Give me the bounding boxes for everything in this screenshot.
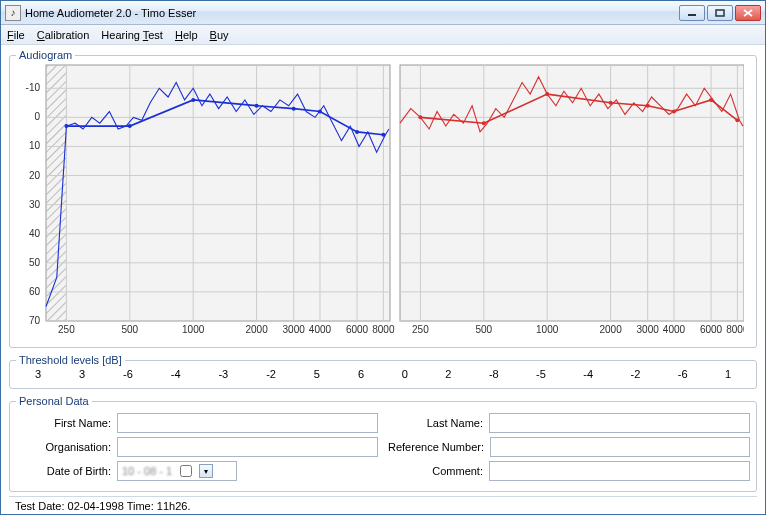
svg-text:8000: 8000 [372, 324, 395, 335]
threshold-value: 2 [445, 368, 451, 380]
chevron-down-icon[interactable]: ▾ [199, 464, 213, 478]
svg-text:1000: 1000 [536, 324, 559, 335]
close-icon [743, 9, 753, 17]
threshold-value: 3 [35, 368, 41, 380]
svg-text:2000: 2000 [599, 324, 622, 335]
reference-field[interactable] [490, 437, 750, 457]
last-name-field[interactable] [489, 413, 750, 433]
svg-text:6000: 6000 [346, 324, 369, 335]
dob-checkbox[interactable] [180, 465, 192, 477]
svg-point-47 [355, 130, 359, 134]
status-text: Test Date: 02-04-1998 Time: 11h26. [15, 500, 191, 512]
reference-label: Reference Number: [388, 441, 484, 453]
svg-text:-10: -10 [26, 82, 41, 93]
menubar: Fdocument.currentScript.previousElementS… [1, 25, 765, 45]
svg-text:1000: 1000 [182, 324, 205, 335]
menu-help[interactable]: Help [175, 29, 198, 41]
organisation-label: Organisation: [16, 441, 111, 453]
svg-point-42 [128, 124, 132, 128]
dob-label: Date of Birth: [16, 465, 111, 477]
menu-help-label: elp [183, 29, 198, 41]
window-title: Home Audiometer 2.0 - Timo Esser [25, 7, 679, 19]
first-name-label: First Name: [16, 417, 111, 429]
app-window: ♪ Home Audiometer 2.0 - Timo Esser Fdocu… [0, 0, 766, 515]
svg-rect-13 [46, 65, 390, 321]
svg-text:2000: 2000 [245, 324, 268, 335]
app-icon: ♪ [5, 5, 21, 21]
svg-point-44 [255, 104, 259, 108]
personal-legend: Personal Data [16, 395, 92, 407]
menu-hearing-test-label: est [148, 29, 163, 41]
menu-buy-label: uy [217, 29, 229, 41]
menu-calibration-label: alibration [45, 29, 90, 41]
svg-text:4000: 4000 [309, 324, 332, 335]
svg-point-45 [292, 107, 296, 111]
comment-field[interactable] [489, 461, 750, 481]
chart-area: -100102030405060702505001000200030004000… [16, 63, 750, 341]
status-bar: Test Date: 02-04-1998 Time: 11h26. [9, 496, 757, 514]
threshold-value: -8 [489, 368, 499, 380]
svg-rect-1 [716, 10, 724, 16]
minimize-button[interactable] [679, 5, 705, 21]
svg-point-76 [482, 121, 486, 125]
threshold-value: -4 [583, 368, 593, 380]
thresholds-row: 33-6-4-3-25602-8-5-4-2-61 [16, 368, 750, 380]
menu-calibration[interactable]: Calibration [37, 29, 90, 41]
svg-text:20: 20 [29, 170, 41, 181]
threshold-value: 3 [79, 368, 85, 380]
svg-text:30: 30 [29, 199, 41, 210]
maximize-icon [715, 9, 725, 17]
dob-picker[interactable]: 10 - 08 - 1 ▾ [117, 461, 237, 481]
comment-label: Comment: [388, 465, 483, 477]
minimize-icon [687, 9, 697, 17]
svg-text:250: 250 [412, 324, 429, 335]
titlebar[interactable]: ♪ Home Audiometer 2.0 - Timo Esser [1, 1, 765, 25]
thresholds-right: 02-8-5-4-2-61 [383, 368, 750, 380]
svg-rect-49 [400, 65, 744, 321]
first-name-field[interactable] [117, 413, 378, 433]
svg-text:3000: 3000 [637, 324, 660, 335]
maximize-button[interactable] [707, 5, 733, 21]
menu-buy[interactable]: Buy [210, 29, 229, 41]
threshold-value: -2 [266, 368, 276, 380]
thresholds-left: 33-6-4-3-256 [16, 368, 383, 380]
svg-text:500: 500 [475, 324, 492, 335]
threshold-value: -3 [218, 368, 228, 380]
svg-text:70: 70 [29, 315, 41, 326]
svg-text:0: 0 [34, 111, 40, 122]
svg-text:8000: 8000 [726, 324, 744, 335]
menu-file-label: ile [14, 29, 25, 41]
threshold-value: -4 [171, 368, 181, 380]
last-name-label: Last Name: [388, 417, 483, 429]
svg-point-43 [191, 98, 195, 102]
client-area: Audiogram -10010203040506070250500100020… [1, 45, 765, 514]
threshold-value: -6 [678, 368, 688, 380]
svg-text:50: 50 [29, 257, 41, 268]
personal-data-group: Personal Data First Name: Last Name: Org… [9, 395, 757, 492]
svg-text:3000: 3000 [283, 324, 306, 335]
threshold-value: 0 [402, 368, 408, 380]
thresholds-group: Threshold levels [dB] 33-6-4-3-25602-8-5… [9, 354, 757, 389]
menu-hearing-test[interactable]: Hearing Test [101, 29, 163, 41]
svg-text:6000: 6000 [700, 324, 723, 335]
svg-text:250: 250 [58, 324, 75, 335]
threshold-value: -5 [536, 368, 546, 380]
dob-value: 10 - 08 - 1 [122, 465, 172, 477]
audiogram-group: Audiogram -10010203040506070250500100020… [9, 49, 757, 348]
threshold-value: 1 [725, 368, 731, 380]
threshold-value: 5 [314, 368, 320, 380]
threshold-value: 6 [358, 368, 364, 380]
threshold-value: -6 [123, 368, 133, 380]
thresholds-legend: Threshold levels [dB] [16, 354, 125, 366]
svg-text:40: 40 [29, 228, 41, 239]
audiogram-chart: -100102030405060702505001000200030004000… [16, 63, 744, 339]
menu-hearing-test-label-pre: Hearing [101, 29, 142, 41]
menu-file[interactable]: Fdocument.currentScript.previousElementS… [7, 29, 25, 41]
svg-text:60: 60 [29, 286, 41, 297]
svg-text:10: 10 [29, 140, 41, 151]
svg-text:500: 500 [121, 324, 138, 335]
svg-text:4000: 4000 [663, 324, 686, 335]
close-button[interactable] [735, 5, 761, 21]
organisation-field[interactable] [117, 437, 378, 457]
threshold-value: -2 [631, 368, 641, 380]
